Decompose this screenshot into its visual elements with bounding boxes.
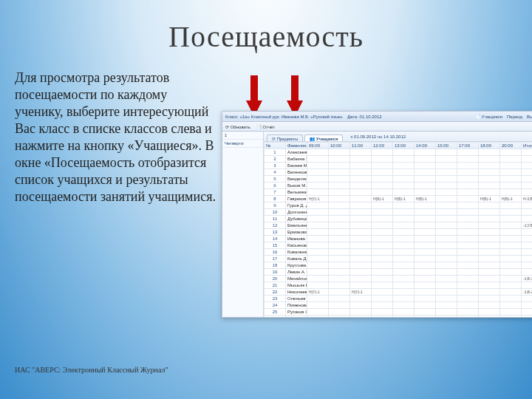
attendance-cell[interactable] [372, 256, 393, 262]
attendance-cell[interactable] [329, 202, 350, 209]
attendance-cell[interactable] [479, 163, 500, 169]
attendance-cell[interactable] [457, 276, 479, 282]
attendance-cell[interactable] [307, 276, 329, 282]
table-row[interactable]: 11Дубовицкая О. А. [265, 216, 533, 222]
attendance-cell[interactable] [372, 229, 393, 236]
table-row[interactable]: 26Смирнов О. А. [265, 316, 533, 318]
attendance-cell[interactable] [522, 209, 533, 216]
attendance-cell[interactable] [307, 183, 329, 189]
attendance-cell[interactable] [479, 242, 500, 249]
attendance-cell[interactable] [436, 229, 457, 236]
attendance-cell[interactable] [522, 216, 533, 222]
attendance-cell[interactable] [329, 169, 350, 176]
attendance-cell[interactable] [372, 302, 393, 309]
attendance-cell[interactable] [415, 262, 436, 269]
attendance-cell[interactable] [500, 169, 522, 176]
attendance-cell[interactable] [329, 269, 350, 276]
attendance-cell[interactable] [436, 196, 457, 202]
attendance-cell[interactable] [350, 302, 372, 309]
attendance-cell[interactable] [307, 256, 329, 262]
attendance-cell[interactable] [436, 222, 457, 229]
attendance-cell[interactable] [436, 163, 457, 169]
attendance-cell[interactable] [372, 202, 393, 209]
attendance-cell[interactable] [415, 156, 436, 163]
table-row[interactable]: 25Русаков О. М. [265, 309, 533, 316]
table-row[interactable]: 13Ермакова М. П. [265, 229, 533, 236]
attendance-cell[interactable] [329, 176, 350, 183]
attendance-cell[interactable] [372, 289, 393, 296]
attendance-cell[interactable] [436, 262, 457, 269]
attendance-cell[interactable] [415, 163, 436, 169]
attendance-cell[interactable] [500, 256, 522, 262]
table-row[interactable]: 6Быков М. В. [265, 183, 533, 189]
attendance-cell[interactable] [522, 262, 533, 269]
attendance-cell[interactable] [307, 229, 329, 236]
table-row[interactable]: 21Мышьяк В. [265, 282, 533, 289]
attendance-cell[interactable] [479, 209, 500, 216]
attendance-cell[interactable] [393, 209, 415, 216]
attendance-cell[interactable] [415, 316, 436, 318]
attendance-cell[interactable] [329, 276, 350, 282]
attendance-cell[interactable] [393, 183, 415, 189]
attendance-cell[interactable] [522, 149, 533, 156]
attendance-cell[interactable] [436, 269, 457, 276]
attendance-cell[interactable] [457, 176, 479, 183]
table-row[interactable]: 23Оленьев А. [265, 296, 533, 302]
attendance-cell[interactable] [457, 229, 479, 236]
attendance-cell[interactable] [436, 209, 457, 216]
attendance-cell[interactable] [372, 296, 393, 302]
attendance-cell[interactable] [457, 209, 479, 216]
attendance-cell[interactable] [457, 282, 479, 289]
attendance-cell[interactable] [479, 189, 500, 196]
attendance-cell[interactable] [307, 282, 329, 289]
attendance-cell[interactable] [372, 176, 393, 183]
attendance-cell[interactable] [393, 189, 415, 196]
attendance-cell[interactable] [415, 242, 436, 249]
attendance-cell[interactable] [350, 269, 372, 276]
attendance-cell[interactable]: Н(Б)-1 [372, 196, 393, 202]
attendance-cell[interactable] [479, 149, 500, 156]
attendance-cell[interactable] [415, 189, 436, 196]
attendance-cell[interactable] [500, 276, 522, 282]
attendance-cell[interactable] [500, 209, 522, 216]
attendance-cell[interactable] [415, 183, 436, 189]
attendance-cell[interactable] [415, 256, 436, 262]
attendance-cell[interactable] [307, 163, 329, 169]
table-row[interactable]: 4Беленков Е. [265, 169, 533, 176]
attendance-cell[interactable] [372, 316, 393, 318]
attendance-cell[interactable] [329, 256, 350, 262]
attendance-cell[interactable] [372, 262, 393, 269]
attendance-cell[interactable]: Н(У)-1 [307, 289, 329, 296]
attendance-cell[interactable] [393, 249, 415, 256]
period-button[interactable]: Период [507, 115, 522, 119]
attendance-cell[interactable] [329, 296, 350, 302]
attendance-cell[interactable] [500, 156, 522, 163]
attendance-cell[interactable] [522, 269, 533, 276]
attendance-cell[interactable] [350, 236, 372, 242]
attendance-cell[interactable] [522, 156, 533, 163]
attendance-cell[interactable] [350, 216, 372, 222]
attendance-cell[interactable] [457, 309, 479, 316]
attendance-cell[interactable] [436, 149, 457, 156]
col-header[interactable]: 11:00 [350, 143, 372, 149]
table-row[interactable]: 18Круглова К. [265, 262, 533, 269]
attendance-cell[interactable] [329, 262, 350, 269]
attendance-cell[interactable] [500, 242, 522, 249]
attendance-cell[interactable] [329, 196, 350, 202]
attendance-cell[interactable] [415, 249, 436, 256]
attendance-cell[interactable] [307, 262, 329, 269]
attendance-cell[interactable] [393, 229, 415, 236]
attendance-cell[interactable] [522, 296, 533, 302]
attendance-cell[interactable] [372, 222, 393, 229]
attendance-cell[interactable] [329, 149, 350, 156]
attendance-cell[interactable] [479, 202, 500, 209]
attendance-cell[interactable] [457, 256, 479, 262]
attendance-cell[interactable] [415, 149, 436, 156]
attendance-cell[interactable] [522, 242, 533, 249]
attendance-cell[interactable] [500, 202, 522, 209]
attendance-cell[interactable] [522, 249, 533, 256]
attendance-cell[interactable] [500, 222, 522, 229]
attendance-cell[interactable] [372, 242, 393, 249]
attendance-cell[interactable] [350, 276, 372, 282]
attendance-cell[interactable] [393, 163, 415, 169]
